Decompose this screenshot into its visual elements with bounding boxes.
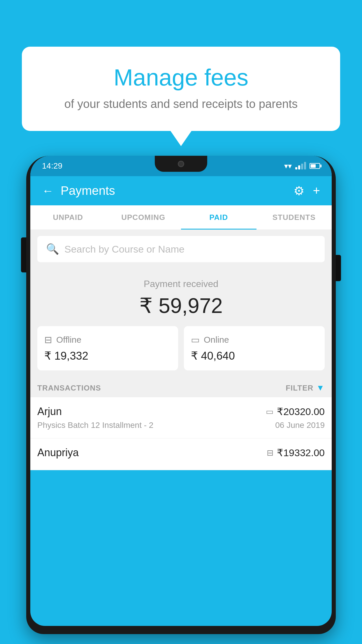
- transaction-date-1: 06 June 2019: [275, 421, 325, 430]
- speech-bubble-container: Manage fees of your students and send re…: [22, 47, 340, 131]
- wifi-icon: ▾▾: [284, 162, 292, 171]
- transaction-amount-wrap-1: ▭ ₹20320.00: [266, 406, 325, 417]
- transactions-label: TRANSACTIONS: [37, 384, 101, 393]
- filter-label: FILTER: [286, 384, 313, 393]
- payment-received-label: Payment received: [30, 279, 332, 289]
- search-placeholder-text: Search by Course or Name: [64, 244, 184, 255]
- signal-bars: [295, 162, 306, 169]
- transaction-bottom-1: Physics Batch 12 Installment - 2 06 June…: [37, 421, 325, 430]
- online-amount: ₹ 40,640: [191, 349, 318, 362]
- tab-paid[interactable]: PAID: [181, 205, 256, 230]
- filter-button[interactable]: FILTER ▼: [286, 383, 325, 393]
- app-header: ← Payments ⚙ +: [30, 176, 332, 205]
- bubble-subtitle: of your students and send receipts to pa…: [45, 97, 317, 111]
- tab-students[interactable]: STUDENTS: [256, 205, 332, 230]
- status-bar: 14:29 ▾▾: [30, 156, 332, 176]
- transaction-top-1: Arjun ▭ ₹20320.00: [37, 405, 325, 418]
- online-icon: ▭: [191, 334, 200, 345]
- header-title: Payments: [61, 184, 294, 198]
- payment-received-section: Payment received ₹ 59,972: [30, 268, 332, 326]
- online-card: ▭ Online ₹ 40,640: [184, 326, 325, 370]
- bubble-title: Manage fees: [45, 64, 317, 91]
- battery-fill: [311, 164, 316, 168]
- transaction-amount-2: ₹19332.00: [277, 447, 325, 459]
- search-bar[interactable]: 🔍 Search by Course or Name: [37, 236, 325, 262]
- search-icon: 🔍: [46, 243, 59, 255]
- transactions-header: TRANSACTIONS FILTER ▼: [30, 377, 332, 397]
- gear-icon[interactable]: ⚙: [294, 184, 305, 198]
- payment-cards: ⊟ Offline ₹ 19,332 ▭ Online ₹ 40,640: [30, 326, 332, 377]
- offline-card: ⊟ Offline ₹ 19,332: [37, 326, 178, 370]
- speech-bubble: Manage fees of your students and send re…: [22, 47, 340, 131]
- phone-container: 14:29 ▾▾ ← Payments: [26, 152, 336, 644]
- offline-icon: ⊟: [44, 334, 52, 345]
- transaction-amount-wrap-2: ⊟ ₹19332.00: [267, 447, 325, 459]
- transaction-amount-1: ₹20320.00: [277, 406, 325, 417]
- add-button[interactable]: +: [313, 184, 320, 198]
- transaction-desc-1: Physics Batch 12 Installment - 2: [37, 421, 153, 430]
- offline-label: Offline: [56, 335, 81, 345]
- transaction-row-2[interactable]: Anupriya ⊟ ₹19332.00: [30, 438, 332, 470]
- offline-payment-icon: ⊟: [267, 448, 273, 458]
- phone-screen: 14:29 ▾▾ ← Payments: [30, 156, 332, 626]
- header-icons: ⚙ +: [294, 184, 320, 198]
- payment-received-amount: ₹ 59,972: [30, 293, 332, 318]
- online-card-top: ▭ Online: [191, 334, 318, 345]
- offline-amount: ₹ 19,332: [44, 349, 171, 362]
- back-button[interactable]: ←: [42, 184, 54, 197]
- filter-icon: ▼: [316, 383, 325, 393]
- phone-outer: 14:29 ▾▾ ← Payments: [26, 156, 336, 634]
- status-time: 14:29: [42, 161, 62, 171]
- tab-unpaid[interactable]: UNPAID: [30, 205, 106, 230]
- notch: [155, 156, 207, 172]
- online-payment-icon: ▭: [266, 407, 273, 416]
- status-icons: ▾▾: [284, 162, 320, 171]
- battery-icon: [310, 163, 320, 169]
- camera-dot: [178, 161, 184, 167]
- transaction-top-2: Anupriya ⊟ ₹19332.00: [37, 447, 325, 459]
- transaction-name-2: Anupriya: [37, 447, 79, 459]
- offline-card-top: ⊟ Offline: [44, 334, 171, 345]
- tabs: UNPAID UPCOMING PAID STUDENTS: [30, 205, 332, 230]
- transaction-name-1: Arjun: [37, 405, 62, 418]
- app-content: 🔍 Search by Course or Name Payment recei…: [30, 230, 332, 470]
- tab-upcoming[interactable]: UPCOMING: [106, 205, 181, 230]
- online-label: Online: [204, 335, 229, 345]
- transaction-row[interactable]: Arjun ▭ ₹20320.00 Physics Batch 12 Insta…: [30, 397, 332, 438]
